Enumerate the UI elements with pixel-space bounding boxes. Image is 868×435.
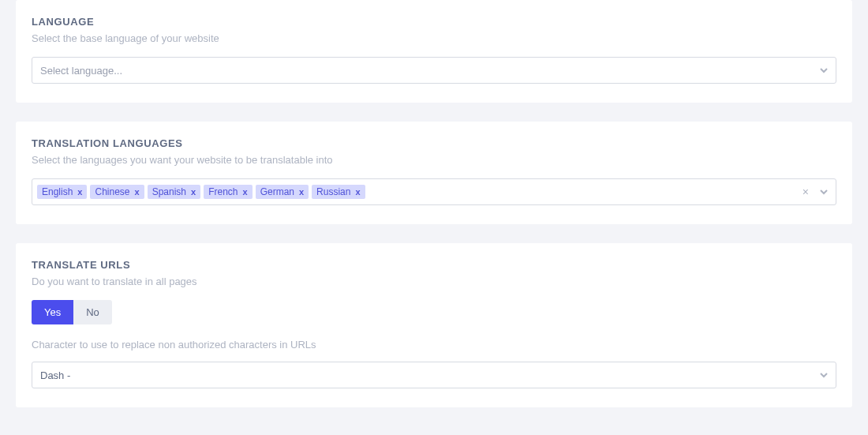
remove-icon[interactable]: x (135, 187, 140, 197)
translate-urls-title: TRANSLATE URLS (32, 259, 836, 271)
tag-german[interactable]: German x (256, 185, 309, 199)
chevron-down-icon (820, 66, 828, 74)
translation-languages-desc: Select the languages you want your websi… (32, 154, 836, 166)
tag-russian[interactable]: Russian x (312, 185, 365, 199)
tag-chinese[interactable]: Chinese x (90, 185, 144, 199)
tag-label: Spanish (152, 186, 186, 197)
tag-label: French (208, 186, 238, 197)
tag-spanish[interactable]: Spanish x (148, 185, 201, 199)
translation-languages-section: TRANSLATION LANGUAGES Select the languag… (16, 122, 852, 224)
clear-all-icon[interactable]: × (803, 186, 809, 197)
remove-icon[interactable]: x (191, 187, 196, 197)
tag-label: German (260, 186, 294, 197)
language-select-placeholder: Select language... (40, 65, 122, 77)
translate-urls-section: TRANSLATE URLS Do you want to translate … (16, 243, 852, 407)
language-title: LANGUAGE (32, 16, 836, 28)
tag-english[interactable]: English x (37, 185, 87, 199)
tag-french[interactable]: French x (204, 185, 252, 199)
translate-urls-yes-button[interactable]: Yes (32, 300, 73, 324)
url-char-value: Dash - (40, 369, 70, 381)
remove-icon[interactable]: x (299, 187, 304, 197)
remove-icon[interactable]: x (355, 187, 360, 197)
translate-urls-desc: Do you want to translate in all pages (32, 276, 836, 287)
language-desc: Select the base language of your website (32, 32, 836, 44)
translation-languages-multiselect[interactable]: English x Chinese x Spanish x French x G… (32, 178, 836, 205)
language-section: LANGUAGE Select the base language of you… (16, 0, 852, 103)
translate-urls-toggle: Yes No (32, 300, 112, 324)
chevron-down-icon (820, 371, 828, 379)
language-select[interactable]: Select language... (32, 57, 836, 84)
url-char-desc: Character to use to replace non authoriz… (32, 339, 836, 351)
remove-icon[interactable]: x (243, 187, 248, 197)
translate-urls-no-button[interactable]: No (73, 300, 112, 324)
url-char-select[interactable]: Dash - (32, 362, 836, 388)
translation-languages-title: TRANSLATION LANGUAGES (32, 137, 836, 149)
chevron-down-icon (820, 188, 828, 196)
tag-label: Russian (316, 186, 350, 197)
tag-label: English (42, 186, 73, 197)
remove-icon[interactable]: x (77, 187, 82, 197)
tag-label: Chinese (95, 186, 129, 197)
